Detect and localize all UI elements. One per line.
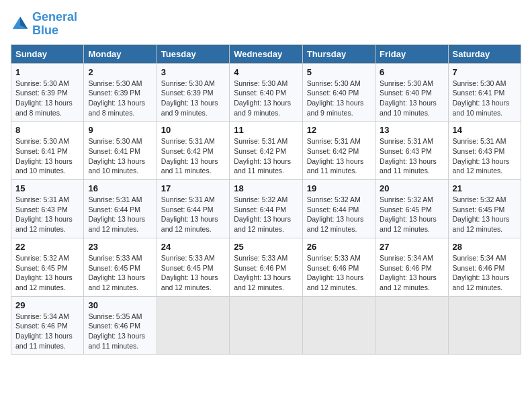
day-info: Sunrise: 5:31 AMSunset: 6:42 PMDaylight:…	[307, 136, 371, 176]
day-number: 11	[234, 125, 298, 135]
day-number: 4	[234, 67, 298, 77]
logo: General Blue	[11, 11, 77, 38]
day-number: 17	[161, 183, 225, 193]
column-header-sunday: Sunday	[11, 44, 84, 63]
calendar-cell	[157, 296, 229, 355]
day-number: 3	[161, 67, 225, 77]
calendar-cell	[302, 296, 375, 355]
day-info: Sunrise: 5:30 AMSunset: 6:39 PMDaylight:…	[15, 79, 79, 118]
day-number: 22	[15, 242, 79, 252]
calendar-cell	[375, 296, 448, 355]
day-info: Sunrise: 5:30 AMSunset: 6:39 PMDaylight:…	[88, 79, 152, 118]
calendar-cell	[448, 296, 521, 355]
calendar-cell: 29Sunrise: 5:34 AMSunset: 6:46 PMDayligh…	[11, 296, 84, 355]
calendar-cell: 7Sunrise: 5:30 AMSunset: 6:41 PMDaylight…	[448, 63, 521, 122]
calendar-cell: 12Sunrise: 5:31 AMSunset: 6:42 PMDayligh…	[302, 122, 375, 180]
column-header-monday: Monday	[84, 44, 157, 63]
day-number: 8	[15, 125, 79, 135]
calendar-cell: 18Sunrise: 5:32 AMSunset: 6:44 PMDayligh…	[230, 180, 302, 238]
calendar-week-row: 15Sunrise: 5:31 AMSunset: 6:43 PMDayligh…	[11, 180, 521, 238]
day-info: Sunrise: 5:33 AMSunset: 6:46 PMDaylight:…	[307, 253, 371, 293]
day-info: Sunrise: 5:33 AMSunset: 6:46 PMDaylight:…	[234, 253, 298, 293]
calendar-cell: 19Sunrise: 5:32 AMSunset: 6:44 PMDayligh…	[302, 180, 375, 238]
day-number: 9	[88, 125, 152, 135]
day-number: 6	[380, 67, 443, 77]
calendar-cell: 23Sunrise: 5:33 AMSunset: 6:45 PMDayligh…	[84, 238, 157, 296]
day-number: 7	[453, 67, 517, 77]
calendar-cell: 25Sunrise: 5:33 AMSunset: 6:46 PMDayligh…	[230, 238, 302, 296]
calendar-cell: 16Sunrise: 5:31 AMSunset: 6:44 PMDayligh…	[84, 180, 157, 238]
day-number: 16	[88, 183, 152, 193]
calendar-cell: 8Sunrise: 5:30 AMSunset: 6:41 PMDaylight…	[11, 122, 84, 180]
day-info: Sunrise: 5:32 AMSunset: 6:44 PMDaylight:…	[307, 195, 371, 234]
day-number: 27	[380, 242, 443, 252]
day-info: Sunrise: 5:31 AMSunset: 6:44 PMDaylight:…	[88, 195, 152, 234]
calendar-cell: 9Sunrise: 5:30 AMSunset: 6:41 PMDaylight…	[84, 122, 157, 180]
column-header-thursday: Thursday	[302, 44, 375, 63]
day-number: 5	[307, 67, 371, 77]
calendar-table: SundayMondayTuesdayWednesdayThursdayFrid…	[11, 44, 521, 355]
calendar-cell: 3Sunrise: 5:30 AMSunset: 6:39 PMDaylight…	[157, 63, 229, 122]
day-info: Sunrise: 5:31 AMSunset: 6:42 PMDaylight:…	[161, 136, 225, 176]
day-info: Sunrise: 5:30 AMSunset: 6:41 PMDaylight:…	[88, 136, 152, 176]
day-number: 14	[453, 125, 517, 135]
calendar-cell: 5Sunrise: 5:30 AMSunset: 6:40 PMDaylight…	[302, 63, 375, 122]
day-info: Sunrise: 5:30 AMSunset: 6:39 PMDaylight:…	[161, 79, 225, 118]
calendar-cell: 22Sunrise: 5:32 AMSunset: 6:45 PMDayligh…	[11, 238, 84, 296]
day-number: 20	[380, 183, 443, 193]
calendar-week-row: 29Sunrise: 5:34 AMSunset: 6:46 PMDayligh…	[11, 296, 521, 355]
calendar-cell: 13Sunrise: 5:31 AMSunset: 6:43 PMDayligh…	[375, 122, 448, 180]
day-info: Sunrise: 5:33 AMSunset: 6:45 PMDaylight:…	[161, 253, 225, 293]
day-info: Sunrise: 5:31 AMSunset: 6:42 PMDaylight:…	[234, 136, 298, 176]
calendar-week-row: 8Sunrise: 5:30 AMSunset: 6:41 PMDaylight…	[11, 122, 521, 180]
calendar-cell: 2Sunrise: 5:30 AMSunset: 6:39 PMDaylight…	[84, 63, 157, 122]
calendar-header-row: SundayMondayTuesdayWednesdayThursdayFrid…	[11, 44, 521, 63]
logo-text: General Blue	[32, 11, 77, 38]
day-info: Sunrise: 5:31 AMSunset: 6:44 PMDaylight:…	[161, 195, 225, 234]
calendar-cell: 27Sunrise: 5:34 AMSunset: 6:46 PMDayligh…	[375, 238, 448, 296]
day-number: 29	[15, 300, 79, 310]
day-info: Sunrise: 5:34 AMSunset: 6:46 PMDaylight:…	[15, 312, 79, 351]
calendar-cell: 20Sunrise: 5:32 AMSunset: 6:45 PMDayligh…	[375, 180, 448, 238]
day-number: 23	[88, 242, 152, 252]
calendar-week-row: 22Sunrise: 5:32 AMSunset: 6:45 PMDayligh…	[11, 238, 521, 296]
day-info: Sunrise: 5:34 AMSunset: 6:46 PMDaylight:…	[380, 253, 443, 293]
calendar-cell: 24Sunrise: 5:33 AMSunset: 6:45 PMDayligh…	[157, 238, 229, 296]
day-number: 15	[15, 183, 79, 193]
calendar-cell: 6Sunrise: 5:30 AMSunset: 6:40 PMDaylight…	[375, 63, 448, 122]
day-number: 13	[380, 125, 443, 135]
calendar-cell: 26Sunrise: 5:33 AMSunset: 6:46 PMDayligh…	[302, 238, 375, 296]
day-info: Sunrise: 5:32 AMSunset: 6:45 PMDaylight:…	[380, 195, 443, 234]
day-info: Sunrise: 5:31 AMSunset: 6:43 PMDaylight:…	[453, 136, 517, 176]
calendar-cell	[230, 296, 302, 355]
page-header: General Blue	[11, 11, 521, 38]
day-number: 21	[453, 183, 517, 193]
logo-icon	[11, 15, 30, 34]
day-info: Sunrise: 5:30 AMSunset: 6:41 PMDaylight:…	[15, 136, 79, 176]
calendar-cell: 30Sunrise: 5:35 AMSunset: 6:46 PMDayligh…	[84, 296, 157, 355]
day-number: 25	[234, 242, 298, 252]
day-number: 18	[234, 183, 298, 193]
day-number: 12	[307, 125, 371, 135]
day-number: 26	[307, 242, 371, 252]
day-number: 28	[453, 242, 517, 252]
calendar-week-row: 1Sunrise: 5:30 AMSunset: 6:39 PMDaylight…	[11, 63, 521, 122]
day-info: Sunrise: 5:32 AMSunset: 6:45 PMDaylight:…	[453, 195, 517, 234]
day-info: Sunrise: 5:31 AMSunset: 6:43 PMDaylight:…	[380, 136, 443, 176]
calendar-cell: 14Sunrise: 5:31 AMSunset: 6:43 PMDayligh…	[448, 122, 521, 180]
day-info: Sunrise: 5:30 AMSunset: 6:40 PMDaylight:…	[234, 79, 298, 118]
day-number: 1	[15, 67, 79, 77]
calendar-cell: 4Sunrise: 5:30 AMSunset: 6:40 PMDaylight…	[230, 63, 302, 122]
day-number: 10	[161, 125, 225, 135]
day-info: Sunrise: 5:30 AMSunset: 6:41 PMDaylight:…	[453, 79, 517, 118]
calendar-cell: 10Sunrise: 5:31 AMSunset: 6:42 PMDayligh…	[157, 122, 229, 180]
day-number: 30	[88, 300, 152, 310]
day-info: Sunrise: 5:30 AMSunset: 6:40 PMDaylight:…	[380, 79, 443, 118]
day-info: Sunrise: 5:33 AMSunset: 6:45 PMDaylight:…	[88, 253, 152, 293]
column-header-wednesday: Wednesday	[230, 44, 302, 63]
calendar-cell: 17Sunrise: 5:31 AMSunset: 6:44 PMDayligh…	[157, 180, 229, 238]
day-info: Sunrise: 5:31 AMSunset: 6:43 PMDaylight:…	[15, 195, 79, 234]
calendar-cell: 28Sunrise: 5:34 AMSunset: 6:46 PMDayligh…	[448, 238, 521, 296]
calendar-cell: 1Sunrise: 5:30 AMSunset: 6:39 PMDaylight…	[11, 63, 84, 122]
day-number: 19	[307, 183, 371, 193]
